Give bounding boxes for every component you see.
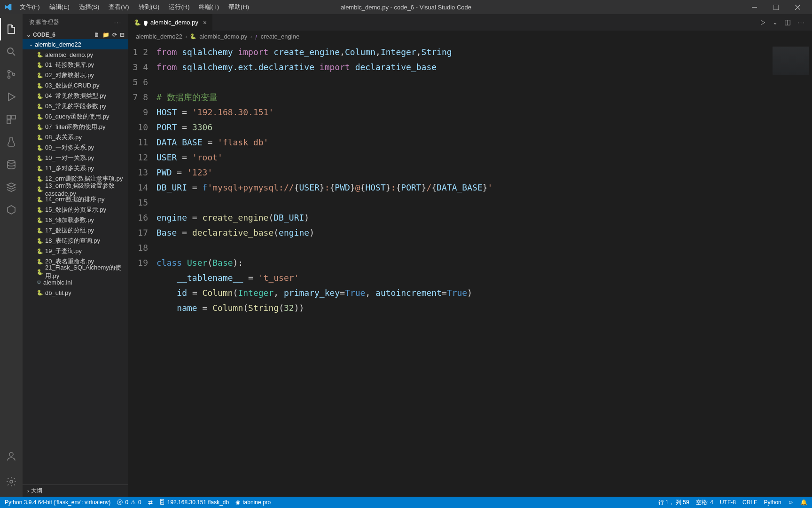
file-item[interactable]: 🐍16_懒加载参数.py [23, 215, 128, 225]
file-item[interactable]: 🐍21_Flask_SQLAlchemy的使用.py [23, 267, 128, 277]
folder-alembic-demo22[interactable]: ⌄ alembic_demo22 [23, 39, 128, 49]
warning-count: 0 [138, 499, 141, 506]
file-label: 09_一对多关系.py [45, 143, 94, 152]
status-db[interactable]: 🗄 192.168.30.151 flask_db [159, 499, 229, 506]
account-icon[interactable] [0, 445, 23, 468]
breadcrumb-item[interactable]: alembic_demo.py [199, 33, 247, 40]
maximize-button[interactable] [765, 0, 787, 14]
file-item[interactable]: 🐍08_表关系.py [23, 132, 128, 143]
status-problems[interactable]: ⓧ0 ⚠0 [117, 499, 141, 507]
outline-header[interactable]: › 大纲 [23, 484, 128, 497]
explorer-sidebar: 资源管理器 ··· ⌄ CODE_6 🗎 📁 ⟳ ⊟ ⌄ alembic_dem… [23, 14, 128, 497]
run-debug-icon[interactable] [0, 86, 23, 108]
file-item[interactable]: 🐍04_常见的数据类型.py [23, 91, 128, 101]
file-item[interactable]: 🐍06_query函数的使用.py [23, 111, 128, 122]
database-icon[interactable] [0, 153, 23, 176]
menu-run[interactable]: 运行(R) [164, 1, 194, 13]
chevron-down-icon[interactable]: ⌄ [773, 19, 778, 26]
menu-file[interactable]: 文件(F) [15, 1, 45, 13]
svg-point-3 [8, 71, 10, 73]
status-feedback-icon[interactable]: ☺ [788, 499, 794, 506]
project-name: CODE_6 [33, 32, 55, 38]
python-icon: 🐍 [37, 238, 43, 244]
collapse-icon[interactable]: ⊟ [120, 32, 125, 38]
status-ports[interactable]: ⇄ [148, 499, 153, 506]
search-icon[interactable] [0, 40, 23, 63]
file-item[interactable]: 🐍db_util.py [23, 287, 128, 298]
file-label: 21_Flask_SQLAlchemy的使用.py [45, 263, 128, 280]
python-icon: 🐍 [190, 33, 196, 40]
file-item[interactable]: 🐍alembic_demo.py [23, 49, 128, 60]
python-icon: 🐍 [37, 62, 43, 68]
status-cursor[interactable]: 行 1， 列 59 [658, 499, 689, 507]
settings-icon[interactable] [0, 470, 23, 493]
status-eol[interactable]: CRLF [742, 499, 757, 506]
line-numbers: 1 2 3 4 5 6 7 8 9 10 11 12 13 14 15 16 1… [128, 43, 156, 497]
window-title: alembic_demo.py - code_6 - Visual Studio… [341, 4, 471, 11]
menu-selection[interactable]: 选择(S) [74, 1, 104, 13]
explorer-icon[interactable] [0, 18, 23, 40]
file-item[interactable]: 🐍01_链接数据库.py [23, 60, 128, 70]
file-item[interactable]: 🐍18_表链接的查询.py [23, 236, 128, 246]
minimap[interactable] [770, 43, 812, 497]
file-item[interactable]: 🐍15_数据的分页显示.py [23, 205, 128, 215]
breadcrumb-item[interactable]: create_engine [261, 33, 299, 40]
minimap-thumb [773, 47, 809, 75]
extensions-icon[interactable] [0, 108, 23, 131]
svg-rect-6 [7, 115, 11, 119]
sidebar-more-icon[interactable]: ··· [114, 19, 122, 26]
file-item[interactable]: 🐍17_数据的分组.py [23, 225, 128, 236]
file-item[interactable]: 🐍11_多对多关系.py [23, 163, 128, 174]
file-label: 16_懒加载参数.py [45, 216, 94, 224]
menu-go[interactable]: 转到(G) [134, 1, 164, 13]
close-button[interactable] [787, 0, 808, 14]
file-item[interactable]: 🐍09_一对多关系.py [23, 143, 128, 153]
statusbar: Python 3.9.4 64-bit ('flask_env': virtua… [0, 497, 812, 508]
status-spaces[interactable]: 空格: 4 [696, 499, 713, 507]
file-label: 01_链接数据库.py [45, 61, 94, 69]
breadcrumbs[interactable]: alembic_demo22 › 🐍 alembic_demo.py › ƒ c… [128, 31, 812, 43]
file-label: 13_orm数据级联设置参数cascade.py [45, 182, 128, 197]
code-editor[interactable]: from sqlalchemy import create_engine,Col… [156, 43, 770, 497]
breadcrumb-item[interactable]: alembic_demo22 [136, 33, 182, 40]
svg-point-11 [10, 480, 13, 483]
menu-edit[interactable]: 编辑(E) [45, 1, 74, 13]
split-editor-icon[interactable] [784, 19, 791, 26]
svg-rect-0 [752, 7, 757, 8]
run-icon[interactable] [759, 19, 766, 26]
menu-view[interactable]: 查看(V) [104, 1, 133, 13]
file-item[interactable]: 🐍10_一对一关系.py [23, 153, 128, 163]
hex-icon[interactable] [0, 198, 23, 221]
source-control-icon[interactable] [0, 63, 23, 86]
status-python[interactable]: Python 3.9.4 64-bit ('flask_env': virtua… [5, 499, 110, 506]
file-item[interactable]: 🐍03_数据的CRUD.py [23, 80, 128, 91]
refresh-icon[interactable]: ⟳ [112, 32, 117, 38]
tab-alembic-demo[interactable]: 🐍 ● alembic_demo.py × [128, 14, 213, 31]
file-label: alembic_demo.py [45, 51, 93, 58]
new-folder-icon[interactable]: 📁 [102, 32, 109, 38]
python-icon: 🐍 [37, 145, 43, 151]
testing-icon[interactable] [0, 131, 23, 153]
tab-close-icon[interactable]: × [203, 19, 207, 26]
file-item[interactable]: 🐍19_子查询.py [23, 246, 128, 256]
file-item[interactable]: 🐍07_filter函数的使用.py [23, 122, 128, 132]
file-item[interactable]: 🐍13_orm数据级联设置参数cascade.py [23, 184, 128, 194]
file-item[interactable]: 🐍05_常见的字段参数.py [23, 101, 128, 111]
symbol-icon: ƒ [255, 34, 258, 40]
status-tabnine[interactable]: ◉ tabnine pro [235, 499, 271, 506]
vscode-icon [4, 3, 12, 11]
status-encoding[interactable]: UTF-8 [720, 499, 736, 506]
status-bell-icon[interactable]: 🔔 [800, 499, 807, 506]
stack-icon[interactable] [0, 176, 23, 198]
python-icon: 🐍 [37, 217, 43, 223]
python-icon: 🐍 [37, 114, 43, 120]
menu-terminal[interactable]: 终端(T) [194, 1, 224, 13]
titlebar: 文件(F) 编辑(E) 选择(S) 查看(V) 转到(G) 运行(R) 终端(T… [0, 0, 812, 14]
more-icon[interactable]: ··· [797, 19, 805, 26]
file-item[interactable]: 🐍02_对象映射表.py [23, 70, 128, 80]
project-header[interactable]: ⌄ CODE_6 🗎 📁 ⟳ ⊟ [23, 31, 128, 39]
new-file-icon[interactable]: 🗎 [94, 32, 100, 38]
minimize-button[interactable] [743, 0, 765, 14]
status-lang[interactable]: Python [764, 499, 781, 506]
menu-help[interactable]: 帮助(H) [224, 1, 254, 13]
